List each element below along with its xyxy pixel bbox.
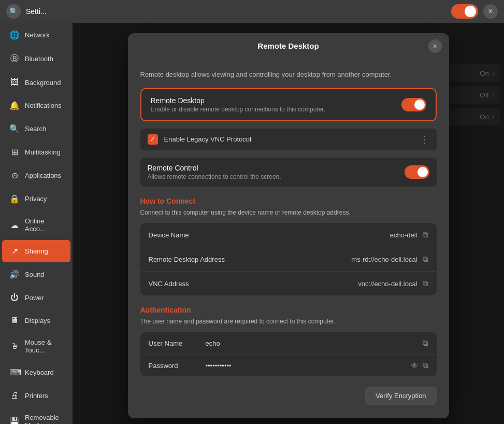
sidebar-label-removable-media: Removable Media	[25, 414, 63, 424]
sidebar-item-removable-media[interactable]: 💾 Removable Media	[2, 407, 70, 424]
sidebar-label-sound: Sound	[25, 271, 45, 278]
remote-desktop-labels: Remote Desktop Enable or disable remote …	[151, 96, 326, 113]
how-to-connect-section: How to Connect Connect to this computer …	[140, 197, 437, 296]
sidebar-label-privacy: Privacy	[25, 195, 47, 203]
conn-value-0: echo-dell	[390, 231, 417, 239]
sidebar-item-notifications[interactable]: 🔔 Notifications	[2, 94, 70, 117]
printers-icon: 🖨	[9, 391, 20, 400]
sidebar-item-network[interactable]: 🌐 Network	[2, 24, 70, 46]
modal-close-button[interactable]: ×	[428, 39, 442, 53]
legacy-vnc-label: Enable Legacy VNC Protocol	[164, 135, 251, 143]
conn-val-group-1: ms-rd://echo-dell.local ⧉	[351, 255, 428, 264]
remote-control-toggle[interactable]	[405, 165, 429, 179]
sidebar-item-multitasking[interactable]: ⊞ Multitasking	[2, 141, 70, 163]
remote-desktop-modal: Remote Desktop × Remote desktop allows v…	[128, 33, 449, 418]
legacy-vnc-menu-button[interactable]: ⋮	[420, 134, 429, 145]
password-copy-icon[interactable]: ⧉	[423, 361, 428, 370]
sidebar-label-power: Power	[25, 294, 44, 302]
conn-val-group-0: echo-dell ⧉	[390, 230, 428, 239]
password-row: Password 👁 ⧉	[140, 355, 437, 376]
window-close-button[interactable]: ×	[483, 4, 498, 19]
sidebar-item-online-accounts[interactable]: ☁ Online Acco...	[2, 211, 70, 239]
username-copy-icon[interactable]: ⧉	[423, 338, 428, 348]
conn-value-1: ms-rd://echo-dell.local	[351, 256, 417, 263]
sidebar-label-keyboard: Keyboard	[25, 369, 54, 376]
conn-value-2: vnc://echo-dell.local	[358, 280, 417, 288]
sidebar-item-background[interactable]: 🖼 Background	[2, 72, 70, 93]
password-input[interactable]	[206, 362, 407, 370]
remote-control-label: Remote Control	[148, 164, 281, 172]
sidebar-label-online-accounts: Online Acco...	[25, 217, 63, 233]
checkmark-icon: ✓	[150, 135, 155, 143]
sidebar-label-applications: Applications	[25, 172, 61, 179]
sidebar-label-network: Network	[25, 31, 50, 39]
sidebar-item-sound[interactable]: 🔊 Sound	[2, 263, 70, 286]
search-icon: 🔍	[9, 124, 20, 134]
legacy-vnc-checkbox[interactable]: ✓	[148, 134, 158, 145]
titlebar: 🔍 Setti... ×	[0, 0, 504, 23]
mouse-touch-icon: 🖱	[9, 342, 20, 351]
sidebar-label-displays: Displays	[25, 317, 50, 324]
bluetooth-icon: Ⓑ	[9, 53, 20, 64]
auth-card: User Name ⧉ Password	[140, 332, 437, 376]
sidebar-item-applications[interactable]: ⊙ Applications	[2, 164, 70, 187]
password-label: Password	[149, 362, 206, 370]
conn-key-2: VNC Address	[149, 280, 189, 288]
background-icon: 🖼	[9, 78, 20, 87]
sidebar: 🌐 Network Ⓑ Bluetooth 🖼 Background 🔔 Not…	[0, 23, 73, 424]
remote-desktop-sublabel: Enable or disable remote desktop connect…	[151, 106, 326, 113]
sidebar-label-notifications: Notifications	[25, 102, 62, 109]
connection-row-1: Remote Desktop Address ms-rd://echo-dell…	[140, 247, 437, 272]
titlebar-toggle[interactable]	[451, 4, 478, 19]
sidebar-label-printers: Printers	[25, 392, 48, 400]
sidebar-item-printers[interactable]: 🖨 Printers	[2, 385, 70, 406]
conn-copy-0[interactable]: ⧉	[423, 230, 428, 239]
titlebar-left: 🔍 Setti...	[6, 4, 47, 19]
sidebar-item-privacy[interactable]: 🔒 Privacy	[2, 188, 70, 210]
sidebar-label-background: Background	[25, 79, 61, 87]
modal-overlay: Remote Desktop × Remote desktop allows v…	[73, 23, 504, 424]
authentication-desc: The user name and password are required …	[140, 317, 437, 326]
sidebar-label-search: Search	[25, 125, 46, 133]
how-to-connect-desc: Connect to this computer using the devic…	[140, 208, 437, 217]
titlebar-right: ×	[451, 4, 498, 19]
notifications-icon: 🔔	[9, 101, 20, 110]
removable-media-icon: 💾	[9, 417, 20, 425]
username-input[interactable]	[206, 340, 419, 347]
sidebar-item-sharing[interactable]: ↗ Sharing	[2, 240, 70, 262]
modal-title: Remote Desktop	[257, 41, 319, 50]
privacy-icon: 🔒	[9, 194, 20, 204]
titlebar-title: Setti...	[26, 7, 47, 16]
sidebar-label-multitasking: Multitasking	[25, 148, 61, 156]
online-accounts-icon: ☁	[9, 220, 20, 230]
how-to-connect-heading: How to Connect	[140, 197, 437, 205]
conn-copy-2[interactable]: ⧉	[423, 279, 428, 288]
sound-icon: 🔊	[9, 270, 20, 279]
remote-desktop-card: Remote Desktop Enable or disable remote …	[140, 88, 437, 121]
remote-control-card: Remote Control Allows remote connections…	[140, 158, 437, 187]
sidebar-item-bluetooth[interactable]: Ⓑ Bluetooth	[2, 47, 70, 70]
multitasking-icon: ⊞	[9, 147, 20, 157]
sidebar-item-keyboard[interactable]: ⌨ Keyboard	[2, 361, 70, 384]
authentication-heading: Authentication	[140, 306, 437, 314]
verify-encryption-button[interactable]: Verify Encryption	[365, 387, 437, 405]
connection-row-0: Device Name echo-dell ⧉	[140, 223, 437, 247]
remote-desktop-toggle[interactable]	[401, 98, 426, 111]
sidebar-item-power[interactable]: ⏻ Power	[2, 287, 70, 308]
modal-body: Remote desktop allows viewing and contro…	[128, 59, 449, 418]
password-val-group: 👁 ⧉	[206, 361, 428, 370]
search-button[interactable]: 🔍	[6, 4, 21, 19]
main-layout: 🌐 Network Ⓑ Bluetooth 🖼 Background 🔔 Not…	[0, 23, 504, 424]
username-row: User Name ⧉	[140, 332, 437, 355]
remote-control-labels: Remote Control Allows remote connections…	[148, 164, 281, 180]
sidebar-item-mouse-touch[interactable]: 🖱 Mouse & Touc...	[2, 332, 70, 360]
connection-info-card: Device Name echo-dell ⧉ Remote Desktop A…	[140, 223, 437, 295]
keyboard-icon: ⌨	[9, 368, 20, 377]
remote-control-sublabel: Allows remote connections to control the…	[148, 173, 281, 180]
applications-icon: ⊙	[9, 171, 20, 180]
sharing-icon: ↗	[9, 246, 20, 256]
sidebar-item-search[interactable]: 🔍 Search	[2, 118, 70, 140]
conn-copy-1[interactable]: ⧉	[423, 255, 428, 264]
password-visibility-toggle[interactable]: 👁	[411, 361, 419, 370]
sidebar-item-displays[interactable]: 🖥 Displays	[2, 309, 70, 331]
